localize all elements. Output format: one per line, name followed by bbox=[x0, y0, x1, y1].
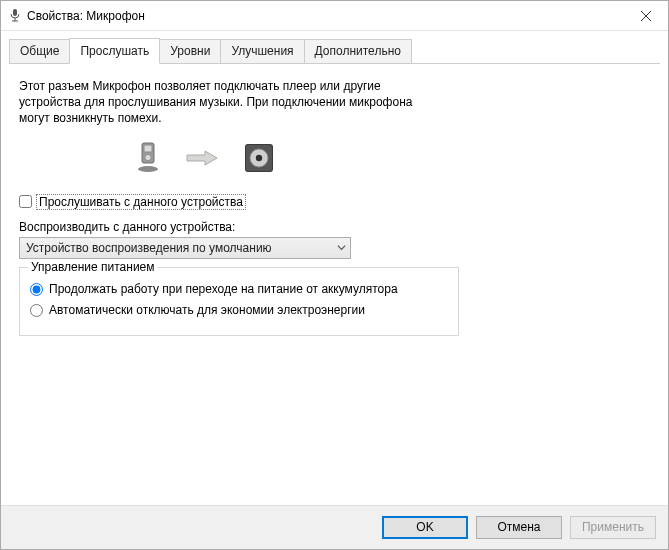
tab-levels[interactable]: Уровни bbox=[159, 39, 221, 64]
svg-rect-0 bbox=[13, 9, 17, 16]
tab-label: Прослушать bbox=[80, 44, 149, 58]
listen-checkbox-label: Прослушивать с данного устройства bbox=[36, 194, 246, 210]
button-label: Применить bbox=[582, 520, 644, 534]
cancel-button[interactable]: Отмена bbox=[476, 516, 562, 539]
listen-checkbox[interactable] bbox=[19, 195, 32, 208]
tab-enhancements[interactable]: Улучшения bbox=[220, 39, 304, 64]
tab-label: Улучшения bbox=[231, 44, 293, 58]
button-label: Отмена bbox=[497, 520, 540, 534]
svg-point-8 bbox=[138, 166, 158, 172]
power-option-continue[interactable]: Продолжать работу при переходе на питани… bbox=[30, 282, 448, 298]
button-label: OK bbox=[416, 520, 433, 534]
chevron-down-icon bbox=[337, 241, 346, 255]
ok-button[interactable]: OK bbox=[382, 516, 468, 539]
playback-device-value: Устройство воспроизведения по умолчанию bbox=[26, 241, 272, 255]
description-text: Этот разъем Микрофон позволяет подключат… bbox=[19, 78, 439, 127]
routing-illustration bbox=[19, 137, 650, 190]
tabbar: Общие Прослушать Уровни Улучшения Дополн… bbox=[1, 31, 668, 64]
tab-label: Уровни bbox=[170, 44, 210, 58]
tab-advanced[interactable]: Дополнительно bbox=[304, 39, 412, 64]
properties-dialog: Свойства: Микрофон Общие Прослушать Уров… bbox=[0, 0, 669, 550]
power-option-label: Продолжать работу при переходе на питани… bbox=[49, 282, 398, 298]
titlebar: Свойства: Микрофон bbox=[1, 1, 668, 31]
tab-content: Этот разъем Микрофон позволяет подключат… bbox=[1, 64, 668, 505]
tab-listen[interactable]: Прослушать bbox=[69, 38, 160, 64]
microphone-icon bbox=[9, 9, 21, 23]
playback-device-label: Воспроизводить с данного устройства: bbox=[19, 220, 650, 234]
svg-point-13 bbox=[256, 154, 262, 160]
tab-label: Дополнительно bbox=[315, 44, 401, 58]
player-device-icon bbox=[135, 141, 161, 178]
dialog-footer: OK Отмена Применить bbox=[1, 505, 668, 549]
power-radio-continue[interactable] bbox=[30, 283, 43, 296]
close-button[interactable] bbox=[623, 1, 668, 30]
playback-device-select[interactable]: Устройство воспроизведения по умолчанию bbox=[19, 237, 351, 259]
tab-label: Общие bbox=[20, 44, 59, 58]
power-option-autooff[interactable]: Автоматически отключать для экономии эле… bbox=[30, 303, 448, 319]
power-management-legend: Управление питанием bbox=[28, 260, 158, 274]
listen-checkbox-row[interactable]: Прослушивать с данного устройства bbox=[19, 194, 650, 210]
power-management-group: Управление питанием Продолжать работу пр… bbox=[19, 267, 459, 336]
tab-general[interactable]: Общие bbox=[9, 39, 70, 64]
power-radio-autooff[interactable] bbox=[30, 304, 43, 317]
apply-button: Применить bbox=[570, 516, 656, 539]
window-title: Свойства: Микрофон bbox=[27, 9, 145, 23]
close-icon bbox=[641, 11, 651, 21]
power-option-label: Автоматически отключать для экономии эле… bbox=[49, 303, 365, 319]
window-title-wrap: Свойства: Микрофон bbox=[9, 9, 623, 23]
speaker-device-icon bbox=[243, 142, 275, 177]
svg-point-7 bbox=[145, 154, 151, 160]
svg-rect-6 bbox=[144, 145, 152, 152]
arrow-right-icon bbox=[185, 149, 219, 170]
